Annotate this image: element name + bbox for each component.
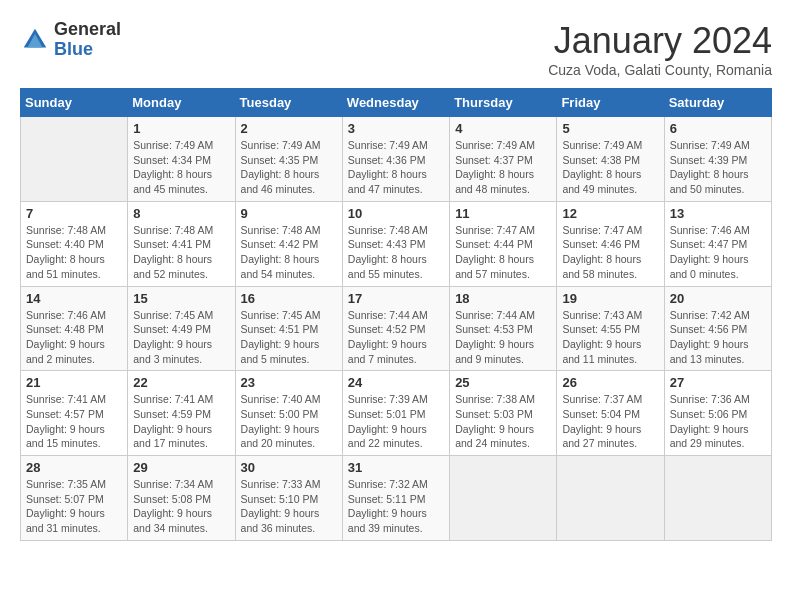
day-info: Sunrise: 7:46 AMSunset: 4:47 PMDaylight:…: [670, 223, 766, 282]
day-number: 5: [562, 121, 658, 136]
day-cell: [21, 117, 128, 202]
day-info: Sunrise: 7:41 AMSunset: 4:59 PMDaylight:…: [133, 392, 229, 451]
day-cell: 23Sunrise: 7:40 AMSunset: 5:00 PMDayligh…: [235, 371, 342, 456]
day-cell: 3Sunrise: 7:49 AMSunset: 4:36 PMDaylight…: [342, 117, 449, 202]
header-wednesday: Wednesday: [342, 89, 449, 117]
day-info: Sunrise: 7:42 AMSunset: 4:56 PMDaylight:…: [670, 308, 766, 367]
day-number: 17: [348, 291, 444, 306]
day-info: Sunrise: 7:41 AMSunset: 4:57 PMDaylight:…: [26, 392, 122, 451]
day-info: Sunrise: 7:47 AMSunset: 4:46 PMDaylight:…: [562, 223, 658, 282]
logo: General Blue: [20, 20, 121, 60]
day-info: Sunrise: 7:38 AMSunset: 5:03 PMDaylight:…: [455, 392, 551, 451]
logo-general: General: [54, 19, 121, 39]
day-cell: 16Sunrise: 7:45 AMSunset: 4:51 PMDayligh…: [235, 286, 342, 371]
day-info: Sunrise: 7:33 AMSunset: 5:10 PMDaylight:…: [241, 477, 337, 536]
day-cell: 15Sunrise: 7:45 AMSunset: 4:49 PMDayligh…: [128, 286, 235, 371]
day-number: 11: [455, 206, 551, 221]
page-header: General Blue January 2024 Cuza Voda, Gal…: [20, 20, 772, 78]
day-cell: 21Sunrise: 7:41 AMSunset: 4:57 PMDayligh…: [21, 371, 128, 456]
day-number: 30: [241, 460, 337, 475]
day-cell: 27Sunrise: 7:36 AMSunset: 5:06 PMDayligh…: [664, 371, 771, 456]
day-number: 1: [133, 121, 229, 136]
day-cell: 22Sunrise: 7:41 AMSunset: 4:59 PMDayligh…: [128, 371, 235, 456]
day-number: 18: [455, 291, 551, 306]
week-row-1: 1Sunrise: 7:49 AMSunset: 4:34 PMDaylight…: [21, 117, 772, 202]
day-number: 19: [562, 291, 658, 306]
header-tuesday: Tuesday: [235, 89, 342, 117]
day-info: Sunrise: 7:48 AMSunset: 4:41 PMDaylight:…: [133, 223, 229, 282]
day-cell: 10Sunrise: 7:48 AMSunset: 4:43 PMDayligh…: [342, 201, 449, 286]
day-number: 26: [562, 375, 658, 390]
week-row-4: 21Sunrise: 7:41 AMSunset: 4:57 PMDayligh…: [21, 371, 772, 456]
day-number: 24: [348, 375, 444, 390]
day-info: Sunrise: 7:35 AMSunset: 5:07 PMDaylight:…: [26, 477, 122, 536]
day-cell: [664, 456, 771, 541]
day-number: 14: [26, 291, 122, 306]
header-sunday: Sunday: [21, 89, 128, 117]
day-info: Sunrise: 7:46 AMSunset: 4:48 PMDaylight:…: [26, 308, 122, 367]
day-cell: 9Sunrise: 7:48 AMSunset: 4:42 PMDaylight…: [235, 201, 342, 286]
week-row-3: 14Sunrise: 7:46 AMSunset: 4:48 PMDayligh…: [21, 286, 772, 371]
calendar-subtitle: Cuza Voda, Galati County, Romania: [548, 62, 772, 78]
logo-text: General Blue: [54, 20, 121, 60]
day-cell: 11Sunrise: 7:47 AMSunset: 4:44 PMDayligh…: [450, 201, 557, 286]
day-cell: 1Sunrise: 7:49 AMSunset: 4:34 PMDaylight…: [128, 117, 235, 202]
day-cell: 14Sunrise: 7:46 AMSunset: 4:48 PMDayligh…: [21, 286, 128, 371]
header-monday: Monday: [128, 89, 235, 117]
day-number: 2: [241, 121, 337, 136]
day-cell: 25Sunrise: 7:38 AMSunset: 5:03 PMDayligh…: [450, 371, 557, 456]
day-number: 3: [348, 121, 444, 136]
day-number: 7: [26, 206, 122, 221]
day-cell: 28Sunrise: 7:35 AMSunset: 5:07 PMDayligh…: [21, 456, 128, 541]
day-info: Sunrise: 7:32 AMSunset: 5:11 PMDaylight:…: [348, 477, 444, 536]
day-cell: 17Sunrise: 7:44 AMSunset: 4:52 PMDayligh…: [342, 286, 449, 371]
day-number: 4: [455, 121, 551, 136]
logo-blue: Blue: [54, 39, 93, 59]
day-number: 23: [241, 375, 337, 390]
day-info: Sunrise: 7:39 AMSunset: 5:01 PMDaylight:…: [348, 392, 444, 451]
day-cell: [557, 456, 664, 541]
day-info: Sunrise: 7:45 AMSunset: 4:51 PMDaylight:…: [241, 308, 337, 367]
day-number: 16: [241, 291, 337, 306]
day-info: Sunrise: 7:34 AMSunset: 5:08 PMDaylight:…: [133, 477, 229, 536]
day-info: Sunrise: 7:49 AMSunset: 4:37 PMDaylight:…: [455, 138, 551, 197]
day-cell: 24Sunrise: 7:39 AMSunset: 5:01 PMDayligh…: [342, 371, 449, 456]
day-cell: 7Sunrise: 7:48 AMSunset: 4:40 PMDaylight…: [21, 201, 128, 286]
day-cell: 19Sunrise: 7:43 AMSunset: 4:55 PMDayligh…: [557, 286, 664, 371]
header-friday: Friday: [557, 89, 664, 117]
day-cell: 5Sunrise: 7:49 AMSunset: 4:38 PMDaylight…: [557, 117, 664, 202]
header-saturday: Saturday: [664, 89, 771, 117]
day-cell: 4Sunrise: 7:49 AMSunset: 4:37 PMDaylight…: [450, 117, 557, 202]
day-cell: 26Sunrise: 7:37 AMSunset: 5:04 PMDayligh…: [557, 371, 664, 456]
day-number: 22: [133, 375, 229, 390]
day-number: 21: [26, 375, 122, 390]
title-block: January 2024 Cuza Voda, Galati County, R…: [548, 20, 772, 78]
week-row-5: 28Sunrise: 7:35 AMSunset: 5:07 PMDayligh…: [21, 456, 772, 541]
day-number: 6: [670, 121, 766, 136]
calendar-table: SundayMondayTuesdayWednesdayThursdayFrid…: [20, 88, 772, 541]
day-cell: [450, 456, 557, 541]
week-row-2: 7Sunrise: 7:48 AMSunset: 4:40 PMDaylight…: [21, 201, 772, 286]
day-number: 27: [670, 375, 766, 390]
day-number: 9: [241, 206, 337, 221]
day-cell: 18Sunrise: 7:44 AMSunset: 4:53 PMDayligh…: [450, 286, 557, 371]
day-cell: 30Sunrise: 7:33 AMSunset: 5:10 PMDayligh…: [235, 456, 342, 541]
header-thursday: Thursday: [450, 89, 557, 117]
day-number: 13: [670, 206, 766, 221]
day-number: 20: [670, 291, 766, 306]
day-info: Sunrise: 7:49 AMSunset: 4:39 PMDaylight:…: [670, 138, 766, 197]
day-cell: 29Sunrise: 7:34 AMSunset: 5:08 PMDayligh…: [128, 456, 235, 541]
day-info: Sunrise: 7:48 AMSunset: 4:42 PMDaylight:…: [241, 223, 337, 282]
day-cell: 31Sunrise: 7:32 AMSunset: 5:11 PMDayligh…: [342, 456, 449, 541]
day-number: 25: [455, 375, 551, 390]
day-number: 15: [133, 291, 229, 306]
day-number: 8: [133, 206, 229, 221]
day-number: 12: [562, 206, 658, 221]
header-row: SundayMondayTuesdayWednesdayThursdayFrid…: [21, 89, 772, 117]
day-info: Sunrise: 7:49 AMSunset: 4:38 PMDaylight:…: [562, 138, 658, 197]
day-cell: 20Sunrise: 7:42 AMSunset: 4:56 PMDayligh…: [664, 286, 771, 371]
day-info: Sunrise: 7:49 AMSunset: 4:34 PMDaylight:…: [133, 138, 229, 197]
day-cell: 12Sunrise: 7:47 AMSunset: 4:46 PMDayligh…: [557, 201, 664, 286]
day-cell: 13Sunrise: 7:46 AMSunset: 4:47 PMDayligh…: [664, 201, 771, 286]
day-cell: 8Sunrise: 7:48 AMSunset: 4:41 PMDaylight…: [128, 201, 235, 286]
